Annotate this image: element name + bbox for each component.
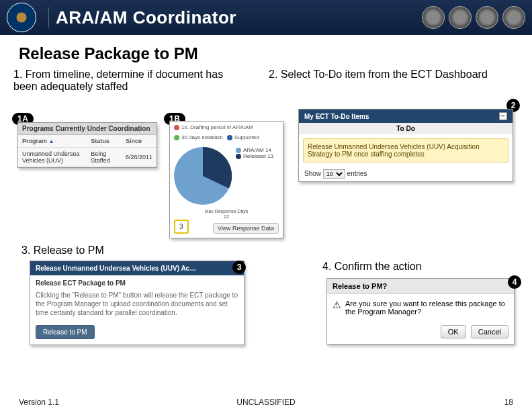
badge-3: 3 xyxy=(232,261,246,274)
footer-version: Version 1.1 xyxy=(19,398,59,407)
step-3-text: 3. Release to PM xyxy=(21,244,104,257)
pie-chart-icon xyxy=(174,147,232,205)
programs-table: Program ▲ Status Since Unmanned Undersea… xyxy=(18,135,157,167)
todo-foot-suffix: entries xyxy=(347,170,367,177)
yellow-highlight: 3 xyxy=(174,220,189,234)
cancel-button[interactable]: Cancel xyxy=(471,325,508,338)
app-header: ARA/AM Coordinator xyxy=(0,0,532,35)
slide-footer: Version 1.1 UNCLASSIFIED 18 xyxy=(0,398,532,407)
table-row[interactable]: Unmanned Undersea Vehicles (UUV) Being S… xyxy=(18,148,157,167)
panel-1a-title: Programs Currently Under Coordination xyxy=(22,125,150,132)
col-status[interactable]: Status xyxy=(87,135,122,148)
todo-item[interactable]: Release Unmanned Undersea Vehicles (UUV)… xyxy=(303,138,508,163)
legend-top-3: Supported xyxy=(234,134,259,140)
todo-title: My ECT To-Do Items xyxy=(304,113,369,120)
release-to-pm-button[interactable]: Release to PM xyxy=(36,325,95,339)
dod-seal-icon xyxy=(7,3,36,32)
cell-program: Unmanned Undersea Vehicles (UUV) xyxy=(18,148,87,167)
army-seal-icon xyxy=(422,6,445,29)
panel-release: Release Unmanned Undersea Vehicles (UUV)… xyxy=(30,261,245,345)
header-divider xyxy=(48,7,49,28)
todo-subhead: To Do xyxy=(299,123,513,134)
panel-chart: 1b. Drafting period in ARA/AM 30 days es… xyxy=(169,121,283,238)
legend-side-1-label: ARA/AM xyxy=(243,147,264,153)
step-4-text: 4. Confirm the action xyxy=(322,261,422,273)
col-since[interactable]: Since xyxy=(122,135,157,148)
legend-side-1-value: 14 xyxy=(265,147,271,153)
panel-programs: Programs Currently Under Coordination Pr… xyxy=(17,122,157,168)
cell-since: 6/26/2011 xyxy=(122,148,157,167)
step-2-text: 2. Select To-Do item from the ECT Dashbo… xyxy=(269,68,519,81)
legend-top-2: 30 days establish xyxy=(181,134,223,140)
step-1-text: 1. From timeline, determine if document … xyxy=(13,68,235,93)
airforce-seal-icon xyxy=(502,6,525,29)
footer-page: 18 xyxy=(504,398,513,407)
section-title: Release Package to PM xyxy=(0,35,532,68)
service-seals xyxy=(422,6,525,29)
panel-confirm: Release to PM? ⚠ Are you sure you want t… xyxy=(326,278,515,345)
confirm-body-text: Are you sure you want to release this pa… xyxy=(345,300,508,316)
release-body: Clicking the "Release to PM" button will… xyxy=(30,291,244,322)
cell-status: Being Staffed xyxy=(87,148,122,167)
yellow-value: 3 xyxy=(179,223,183,230)
warning-icon: ⚠ xyxy=(332,300,341,310)
todo-foot-prefix: Show xyxy=(304,170,321,177)
sort-asc-icon[interactable]: ▲ xyxy=(49,138,54,144)
bottom-label-1: Max Response Days xyxy=(170,209,283,214)
badge-4: 4 xyxy=(508,275,521,289)
release-subtitle: Release ECT Package to PM xyxy=(30,275,244,291)
collapse-icon[interactable]: − xyxy=(499,112,507,120)
col-program[interactable]: Program xyxy=(22,138,47,144)
legend-side-2-label: Released xyxy=(243,153,266,159)
navy-seal-icon xyxy=(476,6,498,29)
view-response-button[interactable]: View Response Data xyxy=(213,223,279,234)
confirm-title: Release to PM? xyxy=(327,279,514,294)
legend-top-1: 1b. Drafting period in ARA/AM xyxy=(181,124,253,130)
page-title: ARA/AM Coordinator xyxy=(56,7,236,28)
release-title: Release Unmanned Undersea Vehicles (UUV)… xyxy=(30,261,244,275)
panel-todo: My ECT To-Do Items − To Do Release Unman… xyxy=(298,109,513,182)
ok-button[interactable]: OK xyxy=(441,325,466,338)
entries-select[interactable]: 10 xyxy=(323,169,345,179)
marines-seal-icon xyxy=(449,6,472,29)
footer-classification: UNCLASSIFIED xyxy=(236,398,295,407)
legend-side-2-value: 13 xyxy=(267,153,273,159)
